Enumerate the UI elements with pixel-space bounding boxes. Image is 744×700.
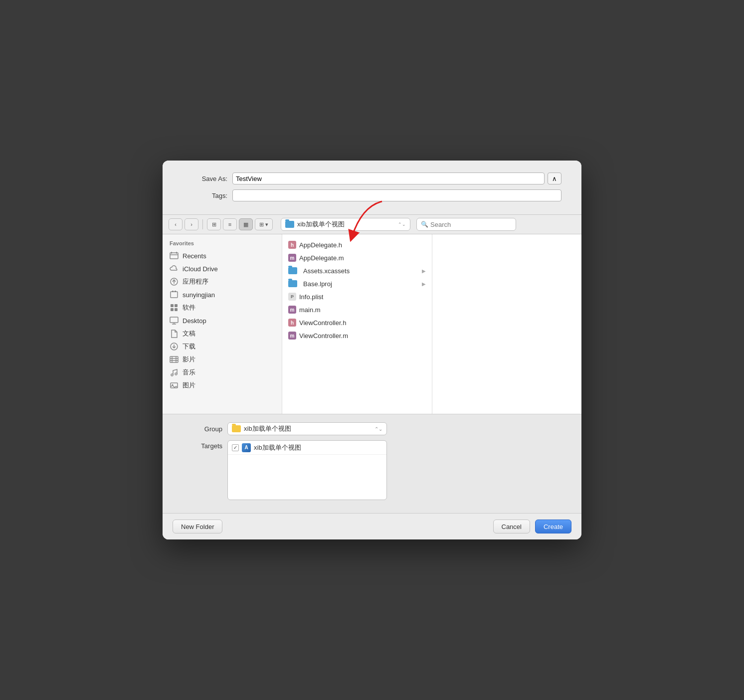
targets-box: ✓ A xib加载单个视图 xyxy=(227,440,387,500)
targets-row: Targets ✓ A xib加载单个视图 xyxy=(183,440,561,500)
sidebar-item-label-movies: 影片 xyxy=(183,355,195,364)
sidebar-item-software[interactable]: 软件 xyxy=(163,301,282,314)
svg-rect-7 xyxy=(171,292,178,298)
toolbar: ‹ › ⊞ ≡ ▦ ⊞ ▾ xib加载单个视图 ⌃⌄ 🔍 xyxy=(163,214,581,234)
file-name: AppDelegate.m xyxy=(299,254,344,262)
svg-rect-10 xyxy=(171,304,174,307)
list-view-button[interactable]: ≡ xyxy=(223,218,237,230)
file-item-appdelegatem[interactable]: m AppDelegate.m xyxy=(282,251,432,264)
file-badge-m3: m xyxy=(288,332,296,340)
desktop-icon xyxy=(170,316,179,325)
svg-point-24 xyxy=(175,373,177,375)
forward-button[interactable]: › xyxy=(185,218,198,230)
sidebar-item-label-software: 软件 xyxy=(183,303,195,312)
file-name: ViewController.m xyxy=(299,332,348,340)
recents-icon xyxy=(170,251,179,260)
group-folder-icon xyxy=(232,425,241,432)
user-icon xyxy=(170,290,179,299)
documents-icon xyxy=(170,329,179,338)
file-item-infoplist[interactable]: P Info.plist xyxy=(282,290,432,303)
new-folder-button[interactable]: New Folder xyxy=(173,520,222,533)
downloads-icon xyxy=(170,342,179,351)
file-badge-m: m xyxy=(288,254,296,262)
save-as-input[interactable] xyxy=(232,173,545,184)
svg-rect-13 xyxy=(175,308,178,311)
apps-icon xyxy=(170,277,179,286)
sidebar-item-desktop[interactable]: Desktop xyxy=(163,314,282,327)
search-input[interactable] xyxy=(430,221,512,228)
svg-rect-12 xyxy=(171,308,174,311)
back-button[interactable]: ‹ xyxy=(169,218,183,230)
sidebar-item-label-desktop: Desktop xyxy=(183,317,206,325)
sidebar-item-label-documents: 文稿 xyxy=(183,329,195,338)
movies-icon xyxy=(170,355,179,364)
chevron-right-icon: ▶ xyxy=(422,268,426,274)
xcode-icon: A xyxy=(242,443,251,452)
group-dropdown-text: xib加载单个视图 xyxy=(244,424,374,433)
sidebar-item-label-apps: 应用程序 xyxy=(183,277,208,286)
sidebar-item-label-recents: Recents xyxy=(183,252,206,260)
folder-icon xyxy=(288,280,297,287)
svg-rect-3 xyxy=(171,252,172,254)
gallery-view-button[interactable]: ⊞ ▾ xyxy=(255,218,273,230)
svg-rect-4 xyxy=(176,252,177,254)
file-item-mainm[interactable]: m main.m xyxy=(282,303,432,316)
icon-view-button[interactable]: ⊞ xyxy=(207,218,221,230)
tags-input[interactable] xyxy=(232,189,561,201)
sidebar-item-movies[interactable]: 影片 xyxy=(163,353,282,366)
location-chevron-icon: ⌃⌄ xyxy=(398,222,406,227)
group-row: Group xib加载单个视图 ⌃⌄ xyxy=(183,422,561,435)
group-label: Group xyxy=(183,425,222,433)
main-content: Favorites Recents iCloud Drive 应用程序 xyxy=(163,234,581,414)
sidebar-item-documents[interactable]: 文稿 xyxy=(163,327,282,340)
footer: New Folder Cancel Create xyxy=(163,513,581,539)
music-icon xyxy=(170,368,179,377)
search-box: 🔍 xyxy=(416,218,516,231)
file-item-assets[interactable]: Assets.xcassets ▶ xyxy=(282,264,432,277)
sidebar-item-user[interactable]: sunyingjian xyxy=(163,288,282,301)
file-item-viewcontrollerm[interactable]: m ViewController.m xyxy=(282,329,432,342)
file-name: Info.plist xyxy=(299,293,323,301)
target-checkbox[interactable]: ✓ xyxy=(232,444,239,451)
cancel-button[interactable]: Cancel xyxy=(493,520,530,533)
sidebar-item-downloads[interactable]: 下载 xyxy=(163,340,282,353)
group-dropdown[interactable]: xib加载单个视图 ⌃⌄ xyxy=(227,422,387,435)
expand-icon: ∧ xyxy=(552,175,557,182)
sidebar-item-pictures[interactable]: 图片 xyxy=(163,379,282,392)
sidebar-item-label-downloads: 下载 xyxy=(183,342,195,351)
location-dropdown[interactable]: xib加载单个视图 ⌃⌄ xyxy=(281,218,410,231)
back-icon: ‹ xyxy=(175,221,177,227)
file-name: AppDelegate.h xyxy=(299,241,342,249)
gallery-view-icon: ⊞ ▾ xyxy=(259,221,268,228)
sidebar-item-music[interactable]: 音乐 xyxy=(163,366,282,379)
favorites-title: Favorites xyxy=(163,240,282,249)
file-list: h AppDelegate.h m AppDelegate.m Assets.x… xyxy=(282,234,432,414)
expand-button[interactable]: ∧ xyxy=(548,173,561,184)
file-item-viewcontrollerh[interactable]: h ViewController.h xyxy=(282,316,432,329)
file-item-base[interactable]: Base.lproj ▶ xyxy=(282,277,432,290)
sidebar: Favorites Recents iCloud Drive 应用程序 xyxy=(163,234,282,414)
top-section: Save As: ∧ Tags: xyxy=(163,161,581,214)
sidebar-item-icloud[interactable]: iCloud Drive xyxy=(163,262,282,275)
target-item-0[interactable]: ✓ A xib加载单个视图 xyxy=(228,441,386,455)
sidebar-item-label-user: sunyingjian xyxy=(183,291,215,299)
file-name: main.m xyxy=(299,306,321,314)
location-folder-icon xyxy=(285,221,294,228)
separator-1 xyxy=(202,219,203,229)
icon-view-icon: ⊞ xyxy=(212,221,216,228)
file-badge-plist: P xyxy=(288,293,296,301)
svg-rect-9 xyxy=(175,291,176,292)
column-view-button[interactable]: ▦ xyxy=(239,218,253,230)
bottom-section: Group xib加载单个视图 ⌃⌄ Targets ✓ A xib加载单个视图 xyxy=(163,414,581,513)
sidebar-item-apps[interactable]: 应用程序 xyxy=(163,275,282,288)
file-name: Base.lproj xyxy=(303,280,332,288)
save-as-label: Save As: xyxy=(183,175,227,182)
file-name: Assets.xcassets xyxy=(303,267,350,275)
file-item-appdelegateh[interactable]: h AppDelegate.h xyxy=(282,238,432,251)
svg-rect-11 xyxy=(175,304,178,307)
sidebar-item-label-icloud: iCloud Drive xyxy=(183,265,218,273)
create-button[interactable]: Create xyxy=(535,520,571,533)
targets-label: Targets xyxy=(183,442,222,450)
sidebar-item-recents[interactable]: Recents xyxy=(163,249,282,262)
file-name: ViewController.h xyxy=(299,319,346,327)
